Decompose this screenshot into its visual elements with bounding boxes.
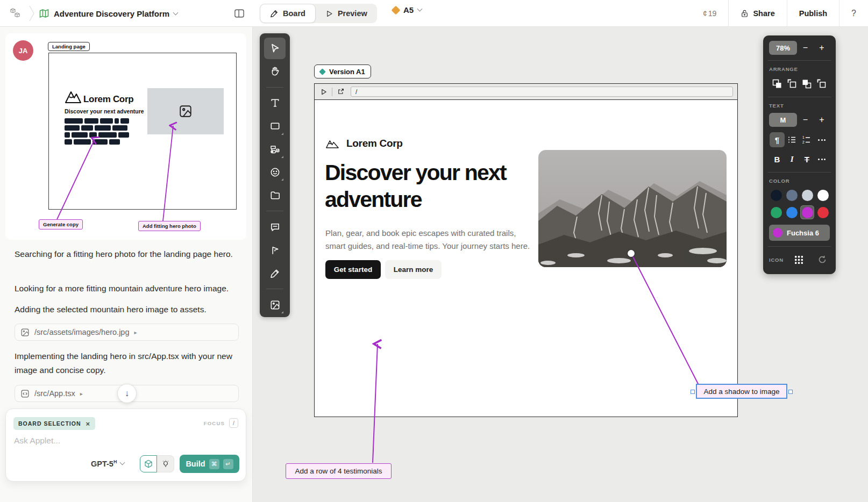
zoom-in-button[interactable]: + [814, 41, 830, 55]
text-size-decrease-button[interactable]: − [798, 113, 814, 127]
app-logo-cubes-icon[interactable] [9, 6, 23, 20]
flag-icon [269, 245, 281, 256]
run-button[interactable] [317, 86, 331, 98]
inspector-divider [768, 246, 831, 247]
selection-handle-right[interactable] [788, 390, 793, 394]
composer-input[interactable]: Ask Applet... [14, 436, 60, 446]
annotation-anchor-dot[interactable] [628, 250, 635, 257]
address-bar[interactable]: / [351, 87, 733, 97]
zoom-out-button[interactable]: − [798, 41, 814, 55]
shape-tool[interactable] [264, 116, 286, 137]
hand-icon [269, 66, 281, 77]
build-button[interactable]: Build ⌘ ↵ [180, 455, 239, 473]
color-swatch[interactable] [785, 205, 799, 219]
inspector-divider [768, 60, 831, 61]
tab-preview-label: Preview [338, 9, 367, 18]
get-started-button[interactable]: Get started [325, 260, 381, 279]
open-in-new-window-button[interactable] [333, 86, 347, 98]
share-button[interactable]: Share [728, 0, 786, 27]
credits-icon: ¢ [703, 9, 707, 18]
help-button[interactable]: ? [839, 0, 868, 27]
mountain-photo [538, 150, 727, 267]
text-size-increase-button[interactable]: + [814, 113, 830, 127]
bring-to-front-button[interactable] [785, 76, 800, 91]
select-tool[interactable] [264, 38, 286, 59]
icon-refresh-button[interactable] [815, 252, 830, 267]
scroll-to-bottom-button[interactable]: ↓ [117, 384, 137, 403]
lightbulb-icon [161, 459, 170, 469]
color-swatch[interactable] [816, 188, 830, 202]
selected-color-chip[interactable]: Fuchsia 6 [769, 225, 830, 241]
build-mode-button[interactable] [140, 455, 157, 472]
color-swatch[interactable] [800, 188, 814, 202]
paragraph-button[interactable]: ¶ [770, 132, 785, 147]
model-variant: H [113, 459, 117, 464]
flyout-indicator [281, 311, 283, 313]
italic-button[interactable]: I [785, 152, 800, 167]
annotation-add-shadow[interactable]: Add a shadow to image [696, 384, 787, 399]
sidebar-toggle-button[interactable] [232, 7, 246, 20]
icon-grid-button[interactable] [792, 252, 807, 267]
sketch-annotation-generate-copy[interactable]: Generate copy [39, 219, 83, 230]
image-tool[interactable] [264, 294, 286, 315]
draw-tool[interactable] [264, 262, 286, 284]
address-url: / [355, 88, 357, 96]
color-swatch-selected[interactable] [800, 205, 814, 219]
annotation-add-testimonials[interactable]: Add a row of 4 testimonials [286, 463, 392, 479]
cube-icon [144, 459, 153, 469]
more-style-options-button[interactable] [814, 152, 829, 167]
selection-handle-left[interactable] [691, 390, 695, 394]
emoji-tool[interactable] [264, 162, 286, 183]
bullet-list-button[interactable] [785, 132, 800, 147]
board-selection-chip[interactable]: BOARD SELECTION × [13, 417, 95, 430]
image-placeholder-icon [179, 104, 193, 118]
publish-button[interactable]: Publish [787, 0, 839, 27]
prompt-composer[interactable]: BOARD SELECTION × FOCUS / Ask Applet... … [5, 408, 246, 482]
color-swatch[interactable] [769, 188, 783, 202]
flag-tool[interactable] [264, 239, 286, 261]
page-body-text: Plan, gear, and book epic escapes with c… [325, 227, 530, 253]
color-swatch[interactable] [769, 205, 783, 219]
close-icon[interactable]: × [86, 420, 91, 427]
bring-forward-button[interactable] [770, 76, 785, 91]
hero-image[interactable] [538, 150, 727, 267]
frame-tool[interactable] [264, 184, 286, 206]
strikethrough-button[interactable]: T [800, 152, 815, 167]
artifact-selector[interactable]: A5 [393, 5, 422, 15]
workspace-switcher[interactable]: Adventure Discovery Platform [39, 8, 177, 19]
bold-button[interactable]: B [770, 152, 785, 167]
artboard-frame[interactable]: / Lorem Corp Discover your next adventur… [314, 83, 738, 417]
model-selector[interactable]: GPT-5H [91, 459, 124, 468]
pencil-icon [269, 268, 281, 279]
credits-count: 19 [708, 9, 717, 18]
version-chip-label: Version A1 [329, 68, 365, 76]
hand-tool[interactable] [264, 61, 286, 82]
sketch-annotation-hero-photo[interactable]: Add fitting hero photo [138, 221, 201, 231]
comment-tool[interactable] [264, 216, 286, 238]
color-swatch[interactable] [816, 205, 830, 219]
focus-label: FOCUS [204, 420, 225, 426]
send-backward-button[interactable] [800, 76, 815, 91]
tab-preview[interactable]: Preview [316, 4, 377, 23]
assistant-message: Implementing the landing hero in src/App… [15, 349, 237, 377]
widget-tool[interactable] [264, 139, 286, 160]
sketch-attachment: JA Landing page Lorem Corp Discover your… [5, 33, 246, 240]
tab-board[interactable]: Board [260, 4, 316, 23]
svg-text:1: 1 [802, 135, 805, 139]
model-name: GPT-5 [91, 460, 113, 468]
text-tool[interactable] [264, 92, 286, 114]
flyout-indicator [281, 178, 283, 181]
credits-counter: ¢19 [691, 9, 728, 18]
version-chip[interactable]: Version A1 [314, 64, 371, 78]
annotation-text: Add a row of 4 testimonials [295, 467, 382, 475]
send-to-back-button[interactable] [814, 76, 829, 91]
color-swatch[interactable] [785, 188, 799, 202]
file-chip-hero-image[interactable]: /src/assets/images/hero.jpg ▸ [15, 324, 239, 341]
more-paragraph-options-button[interactable] [814, 132, 829, 147]
learn-more-button[interactable]: Learn more [385, 260, 442, 279]
arrange-section-label: ARRANGE [769, 66, 830, 72]
mountain-logo-icon [325, 139, 339, 149]
numbered-list-button[interactable]: 12 [800, 132, 815, 147]
idea-mode-button[interactable] [157, 455, 174, 472]
cursor-icon [269, 42, 281, 54]
